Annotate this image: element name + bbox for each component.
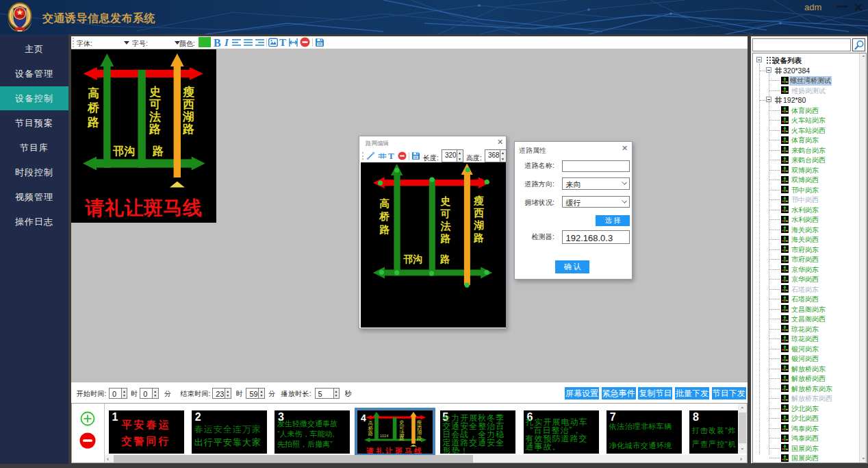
svg-text:路: 路	[417, 435, 422, 441]
svg-text:1024: 1024	[380, 434, 388, 438]
svg-text:路: 路	[368, 430, 374, 436]
svg-text:39: 39	[400, 434, 404, 438]
